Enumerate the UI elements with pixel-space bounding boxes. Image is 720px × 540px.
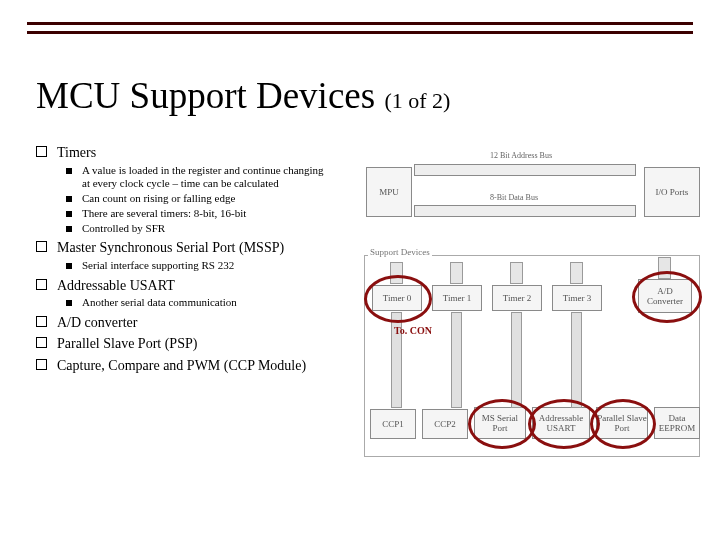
addr-label: 12 Bit Address Bus bbox=[490, 151, 552, 160]
square-dot-icon bbox=[66, 300, 72, 306]
highlight-circle-adc bbox=[632, 271, 702, 323]
box-label: Timer 3 bbox=[563, 293, 591, 303]
mpu-box: MPU bbox=[366, 167, 412, 217]
square-bullet-icon bbox=[36, 279, 47, 290]
support-label: Support Devices bbox=[368, 247, 432, 257]
box-label: Timer 2 bbox=[503, 293, 531, 303]
box-label: CCP1 bbox=[382, 419, 404, 429]
bullet-label: Master Synchronous Serial Port (MSSP) bbox=[57, 239, 284, 257]
down-arrow-icon bbox=[571, 312, 582, 408]
addr-bus bbox=[414, 164, 636, 176]
highlight-circle-ms bbox=[468, 399, 536, 449]
box-label: I/O Ports bbox=[656, 187, 689, 197]
sub-bullet: Serial interface supporting RS 232 bbox=[66, 259, 356, 273]
bullet-timers: Timers bbox=[36, 144, 356, 162]
square-dot-icon bbox=[66, 196, 72, 202]
ccp1-box: CCP1 bbox=[370, 409, 416, 439]
text-body: Timers A value is loaded in the register… bbox=[36, 140, 356, 376]
down-arrow-icon bbox=[451, 312, 462, 408]
ccp2-box: CCP2 bbox=[422, 409, 468, 439]
square-dot-icon bbox=[66, 211, 72, 217]
square-dot-icon bbox=[66, 226, 72, 232]
bullet-label: Parallel Slave Port (PSP) bbox=[57, 335, 197, 353]
box-label: Timer 1 bbox=[443, 293, 471, 303]
sub-label: Controlled by SFR bbox=[82, 222, 165, 236]
box-label: Data EEPROM bbox=[655, 413, 699, 433]
bullet-label: A/D converter bbox=[57, 314, 137, 332]
io-box: I/O Ports bbox=[644, 167, 700, 217]
sub-label: There are several timers: 8-bit, 16-bit bbox=[82, 207, 246, 221]
bullet-label: Addressable USART bbox=[57, 277, 175, 295]
block-diagram: MPU 12 Bit Address Bus 8-Bit Data Bus I/… bbox=[360, 147, 704, 477]
data-label: 8-Bit Data Bus bbox=[490, 193, 538, 202]
sub-label: A value is loaded in the register and co… bbox=[82, 164, 332, 192]
highlight-circle-timer0 bbox=[364, 275, 432, 323]
sub-bullet: Can count on rising or falling edge bbox=[66, 192, 356, 206]
arrow-icon bbox=[510, 262, 523, 284]
bullet-ccp: Capture, Compare and PWM (CCP Module) bbox=[36, 357, 356, 375]
arrow-icon bbox=[450, 262, 463, 284]
square-bullet-icon bbox=[36, 337, 47, 348]
highlight-circle-psp bbox=[590, 399, 656, 449]
data-bus bbox=[414, 205, 636, 217]
square-bullet-icon bbox=[36, 146, 47, 157]
bullet-usart: Addressable USART bbox=[36, 277, 356, 295]
down-arrow-icon bbox=[511, 312, 522, 408]
bullet-label: Timers bbox=[57, 144, 96, 162]
sub-label: Can count on rising or falling edge bbox=[82, 192, 235, 206]
sub-bullet: Another serial data communication bbox=[66, 296, 356, 310]
title-sub: (1 of 2) bbox=[384, 88, 450, 113]
sub-bullet: Controlled by SFR bbox=[66, 222, 356, 236]
timer2-box: Timer 2 bbox=[492, 285, 542, 311]
sub-bullet: There are several timers: 8-bit, 16-bit bbox=[66, 207, 356, 221]
square-dot-icon bbox=[66, 263, 72, 269]
timer3-box: Timer 3 bbox=[552, 285, 602, 311]
slide-title: MCU Support Devices (1 of 2) bbox=[36, 74, 450, 117]
title-main: MCU Support Devices bbox=[36, 75, 384, 116]
eeprom-box: Data EEPROM bbox=[654, 407, 700, 439]
sub-label: Another serial data communication bbox=[82, 296, 237, 310]
square-dot-icon bbox=[66, 168, 72, 174]
title-rule bbox=[27, 22, 693, 34]
tocon-label: To. CON bbox=[394, 325, 432, 336]
bullet-label: Capture, Compare and PWM (CCP Module) bbox=[57, 357, 306, 375]
slide: MCU Support Devices (1 of 2) Timers A va… bbox=[0, 0, 720, 540]
bullet-mssp: Master Synchronous Serial Port (MSSP) bbox=[36, 239, 356, 257]
timer1-box: Timer 1 bbox=[432, 285, 482, 311]
bullet-adc: A/D converter bbox=[36, 314, 356, 332]
box-label: MPU bbox=[379, 187, 399, 197]
square-bullet-icon bbox=[36, 359, 47, 370]
sub-bullet: A value is loaded in the register and co… bbox=[66, 164, 356, 192]
sub-label: Serial interface supporting RS 232 bbox=[82, 259, 234, 273]
box-label: CCP2 bbox=[434, 419, 456, 429]
bullet-psp: Parallel Slave Port (PSP) bbox=[36, 335, 356, 353]
arrow-icon bbox=[570, 262, 583, 284]
square-bullet-icon bbox=[36, 316, 47, 327]
square-bullet-icon bbox=[36, 241, 47, 252]
